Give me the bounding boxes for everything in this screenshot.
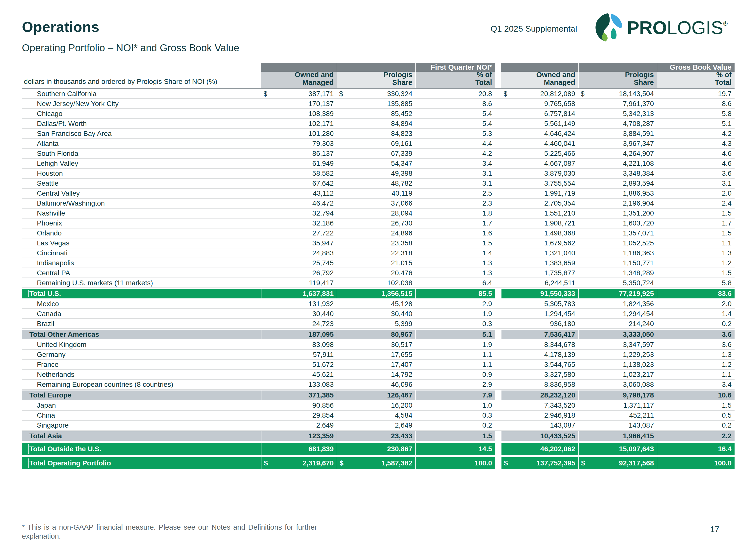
cell-value: 1,356,515 bbox=[381, 290, 412, 298]
cell-value: 22,318 bbox=[391, 249, 412, 257]
prologis-logo: PROLOGIS® bbox=[595, 12, 727, 43]
cell-noi-prologis-share: 30,517 bbox=[337, 340, 415, 349]
cell-gbv-prologis-share: 1,229,253 bbox=[578, 350, 657, 359]
cell-value: 8.6 bbox=[482, 100, 492, 108]
cell-value: 1,321,040 bbox=[544, 249, 575, 257]
cell-value: 9,765,658 bbox=[544, 100, 575, 108]
cell-gbv-pct-total: 2.0 bbox=[657, 189, 735, 198]
cell-gbv-owned-managed: 5,561,149 bbox=[501, 119, 578, 128]
table-row: Nashville32,79428,0941.81,551,2101,351,2… bbox=[22, 209, 735, 218]
column-gap bbox=[495, 89, 501, 98]
row-label: Japan bbox=[22, 401, 261, 410]
cell-value: 4.6 bbox=[722, 150, 731, 158]
cell-value: 3.6 bbox=[722, 341, 731, 349]
table-row: Total Asia123,35923,4331.510,433,5251,96… bbox=[22, 431, 735, 441]
cell-gbv-pct-total: 4.6 bbox=[657, 149, 735, 158]
cell-value: 4,646,424 bbox=[544, 130, 575, 138]
cell-noi-owned-managed: 24,723 bbox=[261, 319, 337, 328]
cell-noi-prologis-share: 84,823 bbox=[337, 129, 415, 138]
cell-noi-prologis-share: 4,584 bbox=[337, 411, 415, 420]
cell-value: 1.6 bbox=[482, 229, 492, 237]
table-row: Germany57,91117,6551.14,178,1391,229,253… bbox=[22, 350, 735, 360]
cell-value: 6.4 bbox=[482, 279, 492, 287]
cell-gbv-pct-total: 1.4 bbox=[657, 309, 735, 318]
subheader-row: Owned andManagedPrologisShare% ofTotal bbox=[501, 72, 735, 88]
cell-gbv-prologis-share: 15,097,643 bbox=[578, 443, 657, 455]
cell-noi-owned-managed: 24,883 bbox=[261, 248, 337, 258]
cell-gbv-owned-managed: 4,460,041 bbox=[501, 139, 578, 148]
cell-value: 14,792 bbox=[391, 371, 412, 378]
cell-gbv-owned-managed: 3,879,030 bbox=[501, 169, 578, 178]
cell-gbv-owned-managed: 1,294,454 bbox=[501, 309, 578, 318]
cell-noi-pct-total: 100.0 bbox=[415, 457, 495, 469]
cell-value: 1,587,382 bbox=[381, 459, 412, 467]
cell-value: 1,186,363 bbox=[623, 249, 654, 257]
column-gap bbox=[495, 248, 501, 258]
group-band: First Quarter NOI* bbox=[261, 63, 495, 72]
cell-value: 20.8 bbox=[479, 90, 492, 98]
cell-value: 85.5 bbox=[479, 290, 492, 298]
cell-value: 30,517 bbox=[391, 341, 412, 349]
cell-noi-owned-managed: 35,947 bbox=[261, 238, 337, 248]
cell-gbv-prologis-share: 3,348,384 bbox=[578, 169, 657, 178]
table-row: Seattle67,64248,7823.13,755,5542,893,594… bbox=[22, 179, 735, 189]
cell-value: 3,544,765 bbox=[544, 361, 575, 369]
cell-gbv-pct-total: 1.1 bbox=[657, 238, 735, 248]
cell-value: 85,452 bbox=[391, 110, 412, 118]
cell-gbv-prologis-share: 4,264,907 bbox=[578, 149, 657, 158]
cell-noi-owned-managed: 67,642 bbox=[261, 179, 337, 188]
cell-value: 28,232,120 bbox=[540, 391, 575, 399]
cell-gbv-pct-total: 1.7 bbox=[657, 218, 735, 228]
row-label: Total Asia bbox=[22, 431, 261, 441]
cell-gbv-pct-total: 3.1 bbox=[657, 179, 735, 188]
cell-value: 24,723 bbox=[312, 320, 334, 328]
column-gap bbox=[495, 238, 501, 248]
table-row: Total Other Americas187,09580,9675.17,53… bbox=[22, 330, 735, 339]
row-label: Central Valley bbox=[22, 189, 261, 198]
row-label: Atlanta bbox=[22, 139, 261, 148]
cell-gbv-pct-total: 2.2 bbox=[657, 431, 735, 441]
cell-value: 1.2 bbox=[722, 259, 731, 267]
column-gap bbox=[495, 370, 501, 379]
header-gap bbox=[495, 63, 501, 88]
cell-value: 17,407 bbox=[391, 361, 412, 369]
cell-value: 51,672 bbox=[312, 361, 334, 369]
cell-value: 20,476 bbox=[391, 269, 412, 277]
cell-value: 1,824,356 bbox=[623, 300, 654, 308]
cell-value: 3,347,597 bbox=[623, 341, 654, 349]
cell-value: 4.2 bbox=[482, 150, 492, 158]
cell-value: 84,894 bbox=[391, 120, 412, 128]
page-number: 17 bbox=[710, 525, 719, 534]
cell-gbv-pct-total: 10.6 bbox=[657, 391, 735, 400]
cell-noi-pct-total: 4.4 bbox=[415, 139, 495, 148]
cell-value: 1.5 bbox=[482, 239, 492, 247]
table-row: Netherlands45,62114,7920.93,327,5801,023… bbox=[22, 370, 735, 380]
table-left-header: dollars in thousands and ordered by Prol… bbox=[22, 63, 261, 88]
cell-value: 5.3 bbox=[482, 130, 492, 138]
cell-gbv-owned-managed: 5,305,783 bbox=[501, 299, 578, 309]
table-row: Remaining U.S. markets (11 markets)119,4… bbox=[22, 278, 735, 288]
cell-noi-prologis-share: 23,358 bbox=[337, 238, 415, 248]
cell-noi-owned-managed: 187,095 bbox=[261, 330, 337, 339]
row-label: Lehigh Valley bbox=[22, 159, 261, 168]
cell-value: 1,294,454 bbox=[544, 310, 575, 318]
cell-gbv-prologis-share: 1,138,023 bbox=[578, 360, 657, 369]
cell-gbv-prologis-share: 3,060,088 bbox=[578, 380, 657, 389]
cell-gbv-pct-total: 1.2 bbox=[657, 360, 735, 369]
cell-value: 46,202,062 bbox=[540, 445, 575, 453]
column-gap bbox=[495, 268, 501, 277]
cell-value: 2,196,904 bbox=[623, 199, 654, 207]
cell-gbv-owned-managed: 1,908,721 bbox=[501, 218, 578, 228]
logo-wordmark: PROLOGIS® bbox=[627, 17, 727, 38]
cell-gbv-pct-total: 4.2 bbox=[657, 129, 735, 138]
cell-gbv-pct-total: 5.1 bbox=[657, 119, 735, 128]
cell-value: 1.5 bbox=[722, 229, 731, 237]
group-band-cell: Gross Book Value bbox=[657, 63, 735, 72]
cell-value: 137,752,395 bbox=[536, 459, 575, 467]
cell-value: 5.4 bbox=[482, 110, 492, 118]
cell-noi-owned-managed: 1,637,831 bbox=[261, 289, 337, 298]
cell-gbv-owned-managed: 1,679,562 bbox=[501, 238, 578, 248]
table-row: Remaining European countries (8 countrie… bbox=[22, 380, 735, 390]
cell-gbv-pct-total: 1.3 bbox=[657, 248, 735, 258]
row-label: Netherlands bbox=[22, 370, 261, 379]
